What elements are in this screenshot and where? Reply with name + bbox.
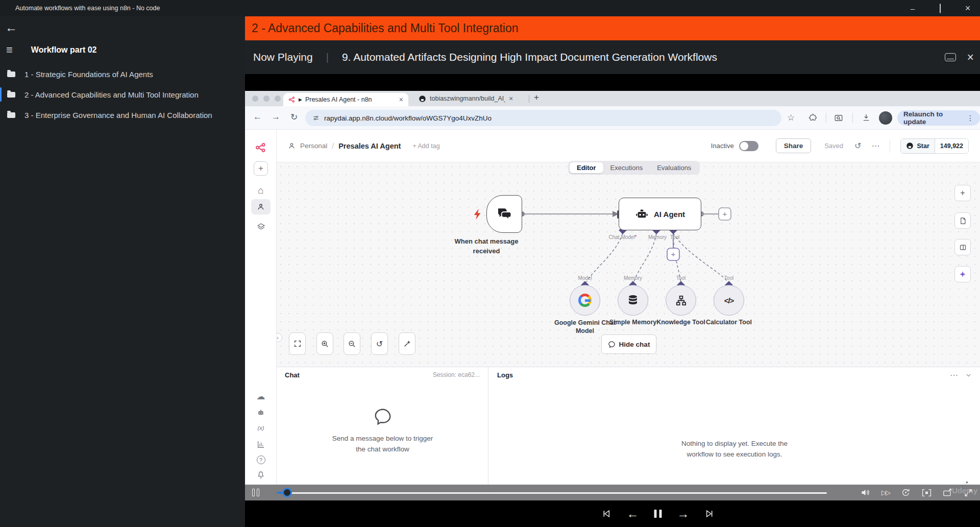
sidebar-item-section-2[interactable]: 2 - Advanced Capabilities and Multi Tool… <box>0 86 245 103</box>
extensions-icon[interactable] <box>808 113 817 122</box>
selection-bar <box>0 67 2 81</box>
undo-button[interactable]: ↺ <box>371 332 388 355</box>
add-workflow-button[interactable]: + <box>245 161 277 176</box>
theater-mode-icon[interactable] <box>922 489 932 497</box>
history-icon[interactable]: ↺ <box>854 141 861 151</box>
browser-forward-icon[interactable]: → <box>272 112 280 122</box>
minimize-button[interactable]: – <box>908 4 918 13</box>
tab-close-icon[interactable]: × <box>509 95 513 102</box>
help-icon[interactable]: ? <box>245 456 277 464</box>
browser-window: ▶ Presales AI Agent - n8n × tobiaszwingm… <box>245 91 980 500</box>
zoom-in-icon <box>321 340 329 348</box>
chat-session-id[interactable]: Session: eca62... <box>433 371 480 378</box>
more-options-icon[interactable]: ⋯ <box>871 141 879 151</box>
browser-back-icon[interactable]: ← <box>253 112 262 122</box>
pause-icon[interactable] <box>252 489 259 496</box>
zoom-out-button[interactable] <box>344 332 360 355</box>
node-knowledge-tool[interactable] <box>666 285 696 316</box>
home-icon[interactable]: ⌂ <box>245 185 277 196</box>
download-icon[interactable] <box>862 113 871 122</box>
add-tag-button[interactable]: + Add tag <box>412 142 439 150</box>
restore-icon <box>940 4 941 13</box>
restore-button[interactable] <box>935 4 945 13</box>
logs-empty-state: Nothing to display yet. Execute the work… <box>489 439 980 460</box>
chevron-down-icon[interactable] <box>965 372 972 378</box>
tab-executions[interactable]: Executions <box>603 162 650 173</box>
tidy-up-button[interactable] <box>399 332 415 355</box>
bot-icon[interactable] <box>245 409 277 417</box>
node-gemini-model[interactable] <box>570 285 600 316</box>
skip-previous-icon[interactable] <box>601 509 611 519</box>
layout-panel-button[interactable] <box>954 239 971 255</box>
tab-close-icon[interactable]: × <box>399 96 403 103</box>
hide-chat-button[interactable]: Hide chat <box>601 334 656 354</box>
variables-icon[interactable]: (x) <box>245 425 277 431</box>
add-node-button[interactable]: + <box>954 185 971 201</box>
profile-avatar[interactable] <box>879 111 892 125</box>
cloud-icon[interactable]: ☁ <box>245 391 277 402</box>
browser-toolbar: ← → ↻ rapydai.app.n8n.cloud/workflow/oWG… <box>245 106 980 130</box>
hamburger-menu-icon[interactable]: ≡ <box>6 43 13 57</box>
sidebar-heading: Workflow part 02 <box>31 45 97 55</box>
relaunch-update-button[interactable]: Relaunch to update ⋮ <box>897 110 980 126</box>
browser-reload-icon[interactable]: ↻ <box>290 112 298 123</box>
back-arrow-icon[interactable]: ← <box>5 20 17 35</box>
chrome-menu-kebab-icon[interactable]: ⋮ <box>967 114 974 122</box>
replay-icon[interactable] <box>901 488 911 497</box>
tab-editor[interactable]: Editor <box>570 162 603 173</box>
volume-icon[interactable] <box>861 488 870 497</box>
browser-tab-active[interactable]: ▶ Presales AI Agent - n8n × <box>283 93 408 106</box>
active-toggle[interactable] <box>739 141 758 151</box>
traffic-light <box>252 95 258 102</box>
sidebar-item-section-1[interactable]: 1 - Strategic Foundations of AI Agents <box>0 65 245 83</box>
fit-view-button[interactable] <box>289 332 306 355</box>
chat-empty-line1: Send a message below to trigger <box>277 434 488 444</box>
dock-player-icon[interactable] <box>945 53 956 61</box>
n8n-logo-icon[interactable] <box>245 142 277 153</box>
breadcrumb-project[interactable]: Personal <box>300 142 327 150</box>
sparkle-icon <box>959 270 967 278</box>
ai-assistant-button[interactable] <box>954 266 971 282</box>
notifications-bell-icon[interactable] <box>245 471 277 479</box>
logs-more-icon[interactable]: ⋯ <box>950 370 958 380</box>
personal-project-icon[interactable] <box>245 199 277 214</box>
workflow-name[interactable]: Presales AI Agent <box>338 142 401 150</box>
sidebar-item-section-3[interactable]: 3 - Enterprise Governance and Human AI C… <box>0 106 245 124</box>
templates-layers-icon[interactable] <box>245 223 277 231</box>
bookmark-star-icon[interactable]: ☆ <box>787 112 795 123</box>
logs-title: Logs <box>497 371 513 379</box>
workflow-canvas[interactable]: + + <box>277 162 980 367</box>
node-chat-trigger[interactable] <box>486 195 522 233</box>
insights-chart-icon[interactable] <box>245 440 277 448</box>
close-button[interactable]: × <box>963 3 973 14</box>
share-button[interactable]: Share <box>776 138 812 153</box>
star-label: Star <box>917 142 929 150</box>
tab-evaluations[interactable]: Evaluations <box>650 162 698 173</box>
browser-tab-inactive[interactable]: tobiaszwingmann/build_AI_a × <box>413 91 524 106</box>
pause-button[interactable] <box>654 510 662 518</box>
close-player-icon[interactable]: × <box>967 52 974 63</box>
progress-scrubber[interactable] <box>282 488 292 497</box>
forward-arrow-icon[interactable]: → <box>677 507 690 521</box>
zoom-in-button[interactable] <box>316 332 333 355</box>
port-chat-model: Chat Model* <box>608 234 636 240</box>
star-count: 149,922 <box>935 139 968 153</box>
github-star-widget[interactable]: Star 149,922 <box>900 138 969 154</box>
tab-search-icon[interactable] <box>834 113 843 123</box>
node-simple-memory[interactable] <box>618 285 648 316</box>
video-controls-bar[interactable]: Udemy ▷▷ <box>245 485 980 500</box>
address-bar[interactable]: rapydai.app.n8n.cloud/workflow/oWGS7Ygo4… <box>305 110 781 126</box>
video-frame[interactable]: ▶ Presales AI Agent - n8n × tobiaszwingm… <box>245 74 980 500</box>
add-sticky-note-button[interactable] <box>954 212 971 229</box>
playback-speed-icon[interactable]: ▷▷ <box>881 489 890 496</box>
fullscreen-icon[interactable] <box>964 488 973 497</box>
skip-next-icon[interactable] <box>705 509 715 519</box>
node-ai-agent[interactable]: AI Agent <box>619 198 701 230</box>
progress-track[interactable] <box>291 492 827 494</box>
bottom-panels: Chat Session: eca62... Send a message be… <box>277 367 980 500</box>
node-calculator-tool[interactable]: </> <box>714 285 744 316</box>
rewind-arrow-icon[interactable]: ← <box>627 507 639 521</box>
n8n-header: Personal / Presales AI Agent + Add tag I… <box>277 130 980 162</box>
pip-icon[interactable] <box>943 488 952 497</box>
new-tab-button[interactable]: + <box>534 92 539 103</box>
